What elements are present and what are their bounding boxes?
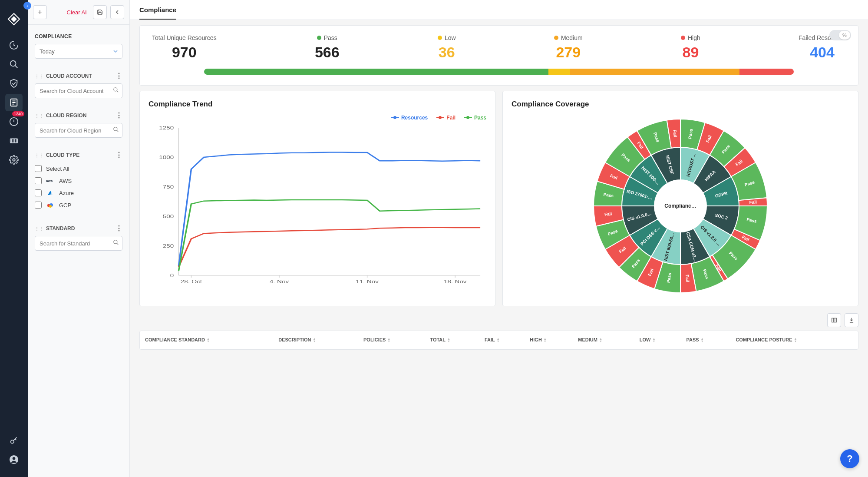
stat-failed-value: 404 — [799, 44, 846, 61]
tab-compliance[interactable]: Compliance — [139, 6, 176, 20]
tab-bar: Compliance — [130, 0, 868, 20]
legend-pass: Pass — [474, 115, 486, 121]
stat-total-label: Total Unique Resources — [152, 34, 217, 41]
svg-point-2 — [10, 61, 16, 66]
filter-cloud-account-label: CLOUD ACCOUNT — [46, 73, 92, 79]
svg-rect-71 — [832, 318, 837, 322]
svg-point-10 — [114, 88, 117, 91]
svg-point-16 — [49, 205, 52, 208]
table-header[interactable]: COMPLIANCE STANDARD▲▼ — [140, 331, 273, 349]
add-filter-button[interactable]: + — [33, 5, 47, 19]
svg-point-7 — [11, 440, 14, 443]
svg-text:Complianc…: Complianc… — [664, 203, 696, 209]
nav-settings[interactable] — [5, 151, 23, 169]
stat-medium-label: Medium — [561, 34, 583, 41]
svg-text:Fail: Fail — [673, 129, 678, 137]
table-header[interactable]: FAIL▲▼ — [479, 331, 525, 349]
summary-card: % Total Unique Resources 970 Pass 566 Lo… — [139, 25, 858, 86]
dot-high-icon — [681, 36, 685, 40]
coverage-title: Compliance Coverage — [512, 100, 849, 109]
cloud-type-select-all[interactable]: Select All — [35, 162, 122, 175]
svg-text:4. Nov: 4. Nov — [270, 279, 289, 284]
nav-shield[interactable] — [5, 75, 23, 92]
dot-medium-icon — [554, 36, 558, 40]
table-header[interactable]: LOW▲▼ — [634, 331, 681, 349]
svg-point-6 — [13, 159, 15, 161]
svg-text:0: 0 — [170, 273, 174, 278]
main-content: Compliance % Total Unique Resources 970 … — [130, 0, 868, 477]
brand-logo — [5, 10, 23, 28]
filter-sidebar: + Clear All COMPLIANCE Today ⋮⋮CLOUD ACC… — [28, 0, 130, 477]
table-header[interactable]: POLICIES▲▼ — [358, 331, 425, 349]
legend-resources: Resources — [401, 115, 428, 121]
svg-text:28. Oct: 28. Oct — [181, 279, 202, 284]
filter-cloud-region-more[interactable]: ⋮ — [116, 111, 122, 119]
nav-account[interactable] — [5, 451, 23, 468]
trend-line-chart[interactable]: 02505007501000125028. Oct4. Nov11. Nov18… — [149, 123, 486, 288]
svg-text:Fail: Fail — [685, 275, 690, 282]
svg-marker-1 — [11, 16, 17, 22]
filter-cloud-region-search[interactable] — [35, 123, 122, 138]
svg-text:1000: 1000 — [159, 155, 174, 160]
svg-text:750: 750 — [163, 184, 174, 189]
stat-pass-value: 566 — [315, 44, 340, 61]
dot-pass-icon — [317, 36, 321, 40]
dot-low-icon — [438, 36, 442, 40]
table-header[interactable]: HIGH▲▼ — [525, 331, 573, 349]
help-fab[interactable]: ? — [840, 449, 859, 468]
filter-standard-more[interactable]: ⋮ — [116, 224, 122, 232]
svg-text:11. Nov: 11. Nov — [356, 279, 379, 284]
timeframe-select[interactable]: Today — [35, 44, 122, 59]
nav-dashboard[interactable] — [5, 36, 23, 54]
svg-point-17 — [114, 240, 117, 244]
collapse-sidebar-button[interactable] — [110, 5, 124, 19]
filter-standard-label: STANDARD — [46, 225, 75, 232]
svg-marker-13 — [48, 191, 53, 195]
nav-containers[interactable] — [5, 132, 23, 149]
table-header[interactable]: PASS▲▼ — [681, 331, 730, 349]
nav-alerts[interactable]: 1240 — [5, 113, 23, 130]
filter-standard-search[interactable] — [35, 236, 122, 251]
table-download-button[interactable] — [845, 313, 858, 327]
nav-rail: › 1240 — [0, 0, 28, 477]
legend-fail: Fail — [446, 115, 455, 121]
table-header[interactable]: MEDIUM▲▼ — [573, 331, 634, 349]
summary-progress-bar — [204, 69, 794, 75]
gcp-icon — [46, 202, 55, 208]
svg-text:18. Nov: 18. Nov — [444, 279, 467, 284]
nav-key[interactable] — [5, 432, 23, 449]
nav-compliance[interactable] — [5, 94, 23, 111]
svg-text:aws: aws — [46, 179, 53, 183]
expand-nav-button[interactable]: › — [23, 2, 31, 10]
svg-text:500: 500 — [163, 214, 174, 219]
cloud-type-aws[interactable]: awsAWS — [35, 175, 122, 187]
timeframe-value: Today — [40, 48, 55, 55]
table-header[interactable]: DESCRIPTION▲▼ — [273, 331, 358, 349]
table-header[interactable]: COMPLIANCE POSTURE▲▼ — [730, 331, 858, 349]
stat-high-label: High — [688, 34, 700, 41]
stat-medium-value: 279 — [554, 44, 583, 61]
sidebar-section-title: COMPLIANCE — [28, 25, 129, 44]
save-filter-button[interactable] — [93, 5, 107, 19]
cloud-type-azure[interactable]: Azure — [35, 187, 122, 199]
cloud-type-gcp[interactable]: GCP — [35, 199, 122, 211]
filter-cloud-type-more[interactable]: ⋮ — [116, 151, 122, 159]
table-columns-button[interactable] — [827, 313, 841, 327]
svg-text:Fail: Fail — [749, 199, 757, 205]
clear-all-button[interactable]: Clear All — [67, 9, 88, 16]
stat-low-value: 36 — [438, 44, 456, 61]
table-header[interactable]: TOTAL▲▼ — [425, 331, 479, 349]
svg-text:Fail: Fail — [604, 211, 612, 217]
compliance-table: COMPLIANCE STANDARD▲▼DESCRIPTION▲▼POLICI… — [139, 331, 858, 350]
coverage-card: Compliance Coverage HITRUST …PassFailHIP… — [502, 91, 858, 306]
stat-pass-label: Pass — [324, 34, 337, 41]
svg-text:1250: 1250 — [159, 125, 174, 130]
nav-search[interactable] — [5, 56, 23, 73]
percent-toggle[interactable]: % — [829, 30, 851, 40]
stat-high-value: 89 — [681, 44, 700, 61]
coverage-sunburst[interactable]: HITRUST …PassFailHIPAAPassFailGDPRPassFa… — [512, 115, 849, 297]
filter-cloud-account-search[interactable] — [35, 83, 122, 98]
svg-point-11 — [114, 127, 117, 131]
stat-total-value: 970 — [152, 44, 217, 61]
filter-cloud-account-more[interactable]: ⋮ — [116, 72, 122, 80]
